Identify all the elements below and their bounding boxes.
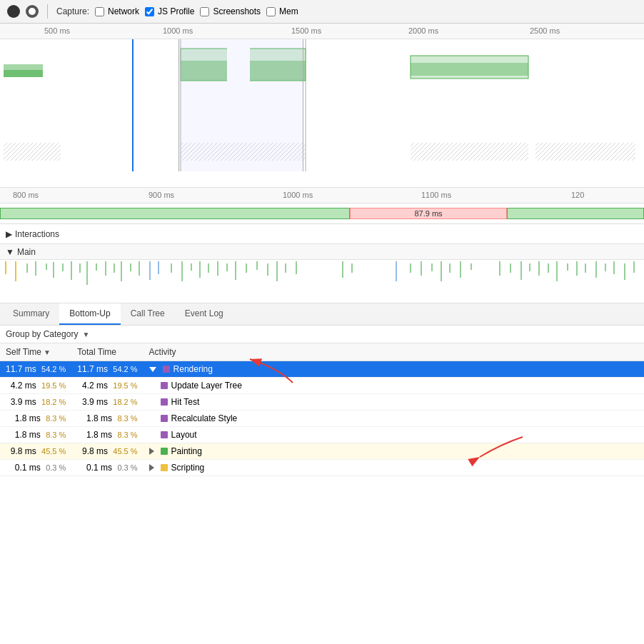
total-time-cell: 9.8 ms 45.5 %	[71, 443, 143, 460]
total-time-cell: 11.7 ms 54.2 %	[71, 361, 143, 378]
activity-cell: Recalculate Style	[144, 411, 644, 427]
main-ticks-svg	[0, 260, 644, 303]
tab-call-tree[interactable]: Call Tree	[121, 303, 175, 325]
main-chart	[0, 260, 644, 303]
performance-table: Self Time ▼ Total Time Activity 11.7 m	[0, 343, 644, 476]
self-time-cell: 11.7 ms 54.2 %	[0, 361, 71, 378]
interactions-triangle[interactable]: ▶	[6, 229, 12, 239]
screenshots-checkbox[interactable]	[200, 7, 209, 16]
table-row[interactable]: 0.1 ms 0.3 % 0.1 ms 0.3 % Scripting	[0, 460, 644, 476]
screenshots-checkbox-group: Screenshots	[200, 6, 261, 16]
tick-500: 500 ms	[44, 26, 70, 35]
total-time-cell: 1.8 ms 8.3 %	[71, 427, 143, 443]
zoomed-bars: 87.9 ms	[0, 203, 644, 223]
main-header: ▼ Main	[0, 244, 644, 260]
js-profile-label: JS Profile	[158, 6, 194, 16]
ztick-1000: 1000 ms	[283, 191, 313, 199]
mem-checkbox[interactable]	[266, 7, 276, 16]
group-by-dropdown[interactable]: ▼	[82, 331, 89, 338]
ztick-1100: 1100 ms	[421, 191, 451, 199]
table-row[interactable]: 1.8 ms 8.3 % 1.8 ms 8.3 % Recalculate St…	[0, 411, 644, 427]
expand-icon[interactable]	[149, 464, 154, 471]
self-time-cell: 3.9 ms 18.2 %	[0, 394, 71, 411]
total-time-cell: 3.9 ms 18.2 %	[71, 394, 143, 411]
th-activity[interactable]: Activity	[144, 343, 644, 361]
expand-icon[interactable]	[149, 448, 154, 455]
table-container: Self Time ▼ Total Time Activity 11.7 m	[0, 343, 644, 476]
ztick-1200: 120	[571, 191, 584, 199]
js-profile-checkbox[interactable]	[145, 7, 154, 16]
self-time-cell: 1.8 ms 8.3 %	[0, 427, 71, 443]
screenshots-label: Screenshots	[213, 6, 261, 16]
devtools-toolbar: Capture: Network JS Profile Screenshots …	[0, 0, 644, 24]
self-time-cell: 9.8 ms 45.5 %	[0, 443, 71, 460]
interactions-row[interactable]: ▶ Interactions	[0, 224, 644, 244]
tab-summary[interactable]: Summary	[3, 303, 59, 325]
frame-markers	[0, 39, 644, 171]
activity-cell: Layout	[144, 427, 644, 443]
tab-bottom-up[interactable]: Bottom-Up	[59, 303, 120, 325]
main-label: ▼ Main	[6, 247, 36, 257]
stop-button[interactable]	[26, 5, 39, 18]
tab-event-log[interactable]: Event Log	[175, 303, 233, 325]
table-header-row: Self Time ▼ Total Time Activity	[0, 343, 644, 361]
network-checkbox[interactable]	[95, 7, 104, 16]
self-time-cell: 0.1 ms 0.3 %	[0, 460, 71, 476]
timeline-playhead	[132, 39, 134, 171]
zoomed-pink: 87.9 ms	[350, 208, 507, 219]
mem-checkbox-group: Mem	[266, 6, 298, 16]
activity-cell: Update Layer Tree	[144, 378, 644, 394]
mem-label: Mem	[279, 6, 298, 16]
interactions-label: ▶ Interactions	[6, 229, 59, 239]
tick-2500: 2500 ms	[530, 26, 560, 35]
timeline-zoomed[interactable]: 800 ms 900 ms 1000 ms 1100 ms 120 87.9 m…	[0, 188, 644, 224]
color-swatch	[161, 415, 168, 422]
table-row[interactable]: 3.9 ms 18.2 % 3.9 ms 18.2 % Hit Test	[0, 394, 644, 411]
network-checkbox-group: Network	[95, 6, 139, 16]
table-row[interactable]: 1.8 ms 8.3 % 1.8 ms 8.3 % Layout	[0, 427, 644, 443]
table-row[interactable]: 9.8 ms 45.5 % 9.8 ms 45.5 % Painting	[0, 443, 644, 460]
color-swatch	[161, 382, 168, 389]
activity-cell: Scripting	[144, 460, 644, 476]
bottom-toolbar: Group by Category ▼	[0, 326, 644, 343]
js-profile-checkbox-group: JS Profile	[145, 6, 194, 16]
table-row[interactable]: 4.2 ms 19.5 % 4.2 ms 19.5 % Update Layer…	[0, 378, 644, 394]
color-swatch	[161, 398, 168, 406]
main-triangle[interactable]: ▼	[6, 247, 14, 257]
color-swatch	[163, 366, 170, 373]
timeline-selection[interactable]	[178, 39, 303, 171]
color-swatch	[161, 464, 168, 471]
th-self-time[interactable]: Self Time ▼	[0, 343, 71, 361]
total-time-cell: 0.1 ms 0.3 %	[71, 460, 143, 476]
zoomed-green-right	[507, 208, 644, 219]
expand-icon[interactable]	[149, 367, 156, 372]
main-row: ▼ Main	[0, 244, 644, 303]
table-row[interactable]: 11.7 ms 54.2 % 11.7 ms 54.2 % Rendering	[0, 361, 644, 378]
tick-1000: 1000 ms	[163, 26, 193, 35]
color-swatch	[161, 431, 168, 438]
ztick-900: 900 ms	[149, 191, 174, 199]
timeline-chart[interactable]	[0, 39, 644, 171]
activity-cell: Rendering	[144, 361, 644, 378]
tick-2000: 2000 ms	[408, 26, 438, 35]
timeline-overview[interactable]: 500 ms 1000 ms 1500 ms 2000 ms 2500 ms	[0, 24, 644, 188]
zoomed-ruler: 800 ms 900 ms 1000 ms 1100 ms 120	[0, 188, 644, 203]
tick-1500: 1500 ms	[291, 26, 321, 35]
th-total-time[interactable]: Total Time	[71, 343, 143, 361]
ztick-800: 800 ms	[13, 191, 39, 199]
toolbar-divider	[47, 4, 48, 19]
self-time-cell: 4.2 ms 19.5 %	[0, 378, 71, 394]
activity-cell: Painting	[144, 443, 644, 460]
activity-cell: Hit Test	[144, 394, 644, 411]
timeline-ruler-top: 500 ms 1000 ms 1500 ms 2000 ms 2500 ms	[0, 24, 644, 39]
color-swatch	[161, 448, 168, 455]
capture-label: Capture:	[56, 6, 89, 16]
total-time-cell: 4.2 ms 19.5 %	[71, 378, 143, 394]
group-by-label: Group by Category	[6, 329, 78, 339]
total-time-cell: 1.8 ms 8.3 %	[71, 411, 143, 427]
record-button[interactable]	[7, 5, 20, 18]
network-label: Network	[108, 6, 139, 16]
zoomed-green-left	[0, 208, 350, 219]
self-time-sort-icon: ▼	[44, 348, 51, 356]
tabs-bar: Summary Bottom-Up Call Tree Event Log	[0, 303, 644, 326]
